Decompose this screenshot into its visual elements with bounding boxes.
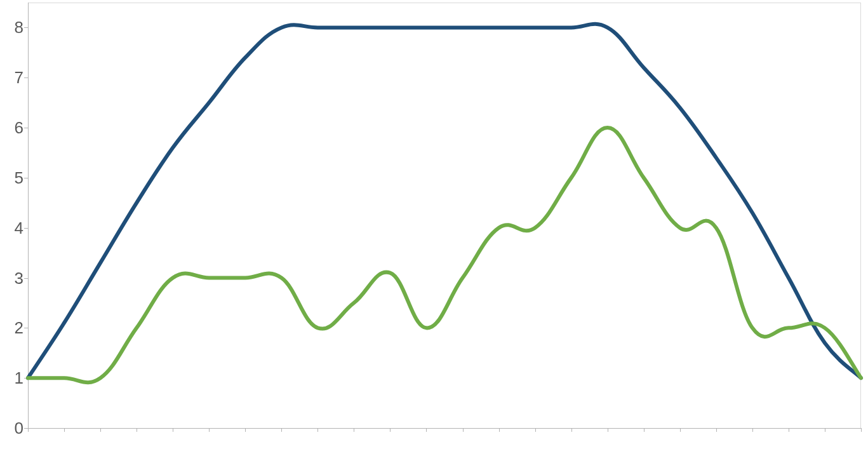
x-tick-mark	[644, 428, 644, 432]
x-tick-mark	[535, 428, 536, 432]
series-blue	[28, 24, 861, 378]
x-tick-mark	[137, 428, 137, 432]
y-tick-label: 3	[4, 270, 23, 286]
x-tick-mark	[463, 428, 464, 432]
x-tick-mark	[789, 428, 789, 432]
x-tick-mark	[173, 428, 173, 432]
y-tick-label: 8	[4, 19, 23, 36]
y-tick-label: 5	[4, 170, 23, 186]
x-tick-mark	[861, 428, 862, 432]
x-tick-mark	[680, 428, 681, 432]
x-tick-mark	[100, 428, 101, 432]
x-tick-mark	[317, 428, 318, 432]
series-green	[28, 128, 861, 382]
x-tick-mark	[571, 428, 572, 432]
x-tick-mark	[426, 428, 427, 432]
x-tick-mark	[390, 428, 391, 432]
x-tick-mark	[825, 428, 825, 432]
x-tick-mark	[354, 428, 354, 432]
line-chart: 012345678	[0, 0, 868, 449]
x-tick-mark	[499, 428, 500, 432]
y-tick-label: 0	[4, 420, 23, 436]
x-tick-mark	[209, 428, 210, 432]
x-tick-mark	[752, 428, 753, 432]
y-tick-label: 2	[4, 319, 23, 336]
y-tick-label: 6	[4, 119, 23, 136]
y-tick-label: 7	[4, 69, 23, 86]
x-tick-mark	[281, 428, 282, 432]
chart-lines	[28, 3, 861, 428]
x-tick-mark	[28, 428, 29, 432]
x-tick-mark	[608, 428, 608, 432]
y-tick-label: 1	[4, 370, 23, 386]
x-tick-mark	[64, 428, 65, 432]
y-tick-label: 4	[4, 220, 23, 236]
x-tick-mark	[245, 428, 246, 432]
x-tick-mark	[716, 428, 717, 432]
x-axis-line	[28, 428, 861, 429]
